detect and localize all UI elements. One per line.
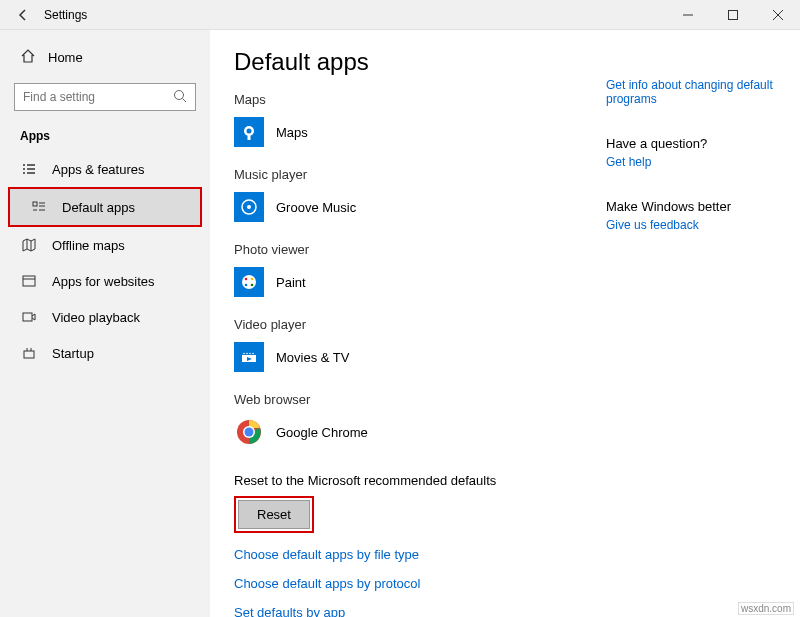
minimize-icon xyxy=(683,10,693,20)
list-icon xyxy=(20,161,38,177)
watermark: wsxdn.com xyxy=(738,602,794,615)
svg-point-20 xyxy=(245,284,248,287)
category-maps: Maps xyxy=(234,92,606,107)
defaults-icon xyxy=(30,199,48,215)
window-controls xyxy=(665,0,800,30)
sidebar: Home Apps Apps & features Default apps O… xyxy=(0,30,210,617)
category-video: Video player xyxy=(234,317,606,332)
search-field[interactable] xyxy=(23,90,173,104)
map-icon xyxy=(20,237,38,253)
right-column: Get info about changing default programs… xyxy=(606,48,776,607)
video-icon xyxy=(20,309,38,325)
maps-app-icon xyxy=(234,117,264,147)
get-help-link[interactable]: Get help xyxy=(606,155,776,169)
svg-point-15 xyxy=(247,205,251,209)
close-button[interactable] xyxy=(755,0,800,30)
home-button[interactable]: Home xyxy=(0,42,210,73)
svg-point-24 xyxy=(246,353,248,355)
reset-label: Reset to the Microsoft recommended defau… xyxy=(234,473,606,488)
sidebar-label: Apps & features xyxy=(52,162,145,177)
back-button[interactable] xyxy=(10,2,36,28)
chrome-app-icon xyxy=(234,417,264,447)
info-link[interactable]: Get info about changing default programs xyxy=(606,78,776,106)
better-heading: Make Windows better xyxy=(606,199,776,214)
svg-rect-13 xyxy=(248,135,251,140)
minimize-button[interactable] xyxy=(665,0,710,30)
app-name: Google Chrome xyxy=(276,425,368,440)
titlebar: Settings xyxy=(0,0,800,30)
sidebar-item-video-playback[interactable]: Video playback xyxy=(0,299,210,335)
highlight-default-apps: Default apps xyxy=(8,187,202,227)
maximize-button[interactable] xyxy=(710,0,755,30)
search-input[interactable] xyxy=(14,83,196,111)
svg-point-16 xyxy=(242,275,256,289)
link-by-app[interactable]: Set defaults by app xyxy=(234,605,606,617)
svg-point-17 xyxy=(245,278,248,281)
search-icon xyxy=(173,89,187,106)
sidebar-label: Apps for websites xyxy=(52,274,155,289)
svg-point-12 xyxy=(247,129,252,134)
default-app-maps[interactable]: Maps xyxy=(234,113,606,159)
svg-rect-6 xyxy=(33,202,37,206)
question-heading: Have a question? xyxy=(606,136,776,151)
default-app-video[interactable]: Movies & TV xyxy=(234,338,606,384)
sidebar-label: Startup xyxy=(52,346,94,361)
close-icon xyxy=(773,10,783,20)
default-app-photo[interactable]: Paint xyxy=(234,263,606,309)
feedback-link[interactable]: Give us feedback xyxy=(606,218,776,232)
app-name: Paint xyxy=(276,275,306,290)
movies-app-icon xyxy=(234,342,264,372)
svg-point-19 xyxy=(251,284,254,287)
svg-rect-1 xyxy=(728,10,737,19)
svg-point-25 xyxy=(249,353,251,355)
app-name: Maps xyxy=(276,125,308,140)
main-content: Default apps Maps Maps Music player Groo… xyxy=(210,30,800,617)
window-title: Settings xyxy=(44,8,87,22)
page-title: Default apps xyxy=(234,48,606,76)
reset-button[interactable]: Reset xyxy=(238,500,310,529)
maximize-icon xyxy=(728,10,738,20)
arrow-left-icon xyxy=(16,8,30,22)
category-music: Music player xyxy=(234,167,606,182)
svg-point-18 xyxy=(251,278,254,281)
home-icon xyxy=(20,48,36,67)
category-browser: Web browser xyxy=(234,392,606,407)
svg-rect-10 xyxy=(24,351,34,358)
home-label: Home xyxy=(48,50,83,65)
sidebar-item-default-apps[interactable]: Default apps xyxy=(10,189,200,225)
link-by-protocol[interactable]: Choose default apps by protocol xyxy=(234,576,606,591)
sidebar-item-offline-maps[interactable]: Offline maps xyxy=(0,227,210,263)
sidebar-item-startup[interactable]: Startup xyxy=(0,335,210,371)
groove-app-icon xyxy=(234,192,264,222)
sidebar-label: Default apps xyxy=(62,200,135,215)
sidebar-label: Offline maps xyxy=(52,238,125,253)
svg-point-4 xyxy=(175,90,184,99)
svg-point-26 xyxy=(252,353,254,355)
default-app-browser[interactable]: Google Chrome xyxy=(234,413,606,459)
default-app-music[interactable]: Groove Music xyxy=(234,188,606,234)
sidebar-item-apps-features[interactable]: Apps & features xyxy=(0,151,210,187)
app-name: Movies & TV xyxy=(276,350,349,365)
svg-line-5 xyxy=(183,98,187,102)
sidebar-item-apps-websites[interactable]: Apps for websites xyxy=(0,263,210,299)
link-by-file-type[interactable]: Choose default apps by file type xyxy=(234,547,606,562)
app-name: Groove Music xyxy=(276,200,356,215)
svg-rect-7 xyxy=(23,276,35,286)
highlight-reset: Reset xyxy=(234,496,314,533)
paint-app-icon xyxy=(234,267,264,297)
startup-icon xyxy=(20,345,38,361)
sidebar-label: Video playback xyxy=(52,310,140,325)
website-icon xyxy=(20,273,38,289)
svg-point-29 xyxy=(245,428,254,437)
svg-point-23 xyxy=(243,353,245,355)
category-photo: Photo viewer xyxy=(234,242,606,257)
sidebar-section: Apps xyxy=(0,125,210,151)
svg-rect-9 xyxy=(23,313,32,321)
